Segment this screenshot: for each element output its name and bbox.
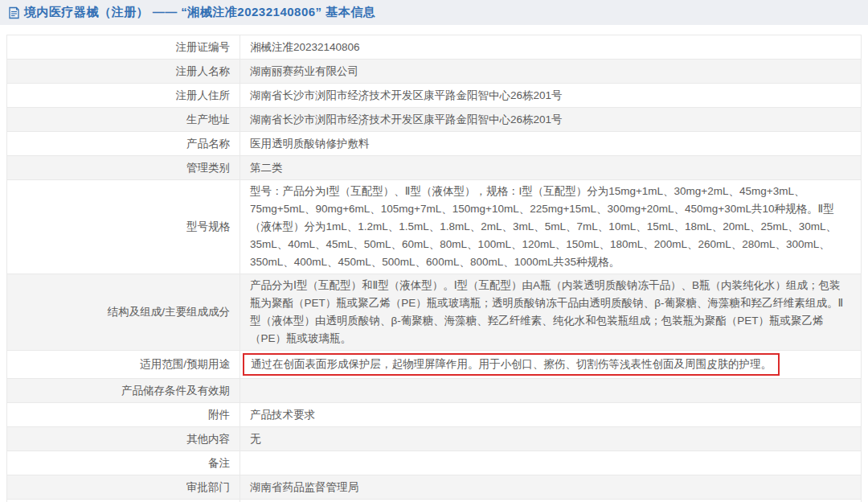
- table-row-registrant-address: 注册人住所 湖南省长沙市浏阳市经济技术开发区康平路金阳智中心26栋201号: [7, 84, 861, 108]
- page-title: 境内医疗器械（注册） —— “湘械注准20232140806” 基本信息: [24, 5, 375, 20]
- row-value: 湖南省长沙市浏阳市经济技术开发区康平路金阳智中心26栋201号: [250, 87, 563, 105]
- page-title-bar: 境内医疗器械（注册） —— “湘械注准20232140806” 基本信息: [0, 0, 868, 25]
- table-row-product-name: 产品名称 医用透明质酸钠修护敷料: [7, 132, 861, 156]
- table-row-storage-validity: 产品储存条件及有效期: [7, 379, 861, 403]
- table-row-production-address: 生产地址 湖南省长沙市浏阳市经济技术开发区康平路金阳智中心26栋201号: [7, 108, 861, 132]
- table-row-other-content: 其他内容 无: [7, 427, 861, 451]
- table-row-registrant-name: 注册人名称 湖南丽赛药业有限公司: [7, 60, 861, 84]
- row-value: 产品技术要求: [250, 406, 315, 424]
- table-row-approval-department: 审批部门 湖南省药品监督管理局: [7, 475, 861, 500]
- row-label: 注册证编号: [7, 35, 240, 59]
- row-value: 湘械注准20232140806: [250, 39, 360, 56]
- row-label: 注册人住所: [7, 84, 240, 107]
- table-row-intended-use: 适用范围/预期用途 通过在创面表面形成保护层，起物理屏障作用。用于小创口、擦伤、…: [7, 351, 861, 379]
- row-value: 型号：产品分为I型（互配型）、Ⅱ型（液体型），规格：I型（互配型）分为15mg+…: [250, 183, 850, 271]
- table-row-remarks: 备注: [7, 451, 861, 475]
- row-label: 管理类别: [7, 156, 240, 179]
- table-row-model-specs: 型号规格 型号：产品分为I型（互配型）、Ⅱ型（液体型），规格：I型（互配型）分为…: [7, 180, 861, 274]
- table-row-structure-composition: 结构及组成/主要组成成分 产品分为Ⅰ型（互配型）和Ⅱ型（液体型）。Ⅰ型（互配型）…: [7, 274, 861, 351]
- table-row-management-class: 管理类别 第二类: [7, 156, 861, 180]
- row-value: 产品分为Ⅰ型（互配型）和Ⅱ型（液体型）。Ⅰ型（互配型）由A瓶（内装透明质酸钠冻干…: [250, 277, 850, 348]
- row-label: 备注: [7, 451, 240, 475]
- registration-info-table: 注册证编号 湘械注准20232140806 注册人名称 湖南丽赛药业有限公司 注…: [6, 35, 862, 502]
- document-icon: [8, 6, 20, 19]
- row-value: 第二类: [250, 159, 283, 177]
- table-row-attachment: 附件 产品技术要求: [7, 403, 861, 427]
- row-label: 注册人名称: [7, 60, 240, 83]
- row-label: 结构及组成/主要组成成分: [7, 274, 240, 350]
- row-label: 附件: [7, 403, 240, 426]
- table-row-registration-number: 注册证编号 湘械注准20232140806: [7, 35, 861, 60]
- row-label: 其他内容: [7, 427, 240, 451]
- row-label: 适用范围/预期用途: [7, 351, 240, 378]
- row-label: 产品名称: [7, 132, 240, 155]
- row-label: 产品储存条件及有效期: [7, 379, 240, 402]
- row-value: 无: [250, 430, 261, 448]
- highlight-box: 通过在创面表面形成保护层，起物理屏障作用。用于小创口、擦伤、切割伤等浅表性创面及…: [243, 353, 780, 376]
- row-value: 湖南省长沙市浏阳市经济技术开发区康平路金阳智中心26栋201号: [250, 111, 563, 129]
- row-label: 型号规格: [7, 180, 240, 274]
- row-label: 审批部门: [7, 475, 240, 499]
- row-label: 生产地址: [7, 108, 240, 131]
- row-value: 湖南丽赛药业有限公司: [250, 63, 358, 80]
- row-value: 湖南省药品监督管理局: [250, 479, 358, 496]
- row-value: 医用透明质酸钠修护敷料: [250, 135, 370, 153]
